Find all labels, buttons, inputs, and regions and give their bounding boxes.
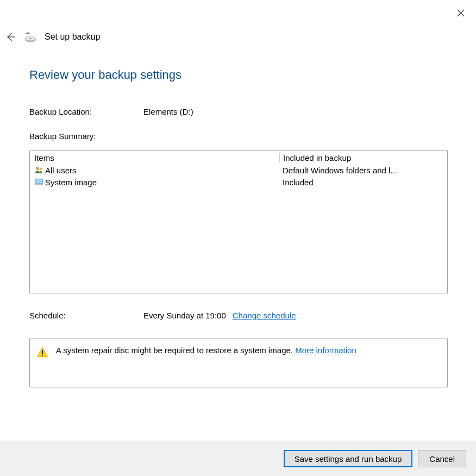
back-arrow-icon (5, 32, 16, 42)
users-icon (34, 165, 44, 175)
content-area: Review your backup settings Backup Locat… (29, 68, 448, 387)
back-button[interactable] (4, 31, 16, 43)
table-row[interactable]: System image Included (30, 176, 447, 188)
notice-message: A system repair disc might be required t… (56, 346, 295, 355)
table-cell-included: Included (283, 178, 443, 187)
page-heading: Review your backup settings (29, 68, 448, 82)
cancel-button[interactable]: Cancel (418, 450, 466, 467)
table-row[interactable]: All users Default Windows folders and l.… (30, 164, 447, 176)
table-cell-included: Default Windows folders and l... (283, 166, 443, 175)
backup-location-row: Backup Location: Elements (D:) (29, 107, 448, 116)
table-header: Items Included in backup (30, 151, 447, 164)
warning-icon (36, 347, 48, 358)
notice-box: A system repair disc might be required t… (29, 339, 448, 387)
schedule-row: Schedule: Every Sunday at 19:00 Change s… (29, 311, 448, 320)
backup-summary-label: Backup Summary: (29, 131, 448, 141)
backup-summary-table: Items Included in backup All users Defau… (29, 151, 448, 293)
backup-location-label: Backup Location: (29, 107, 143, 116)
more-information-link[interactable]: More information (295, 346, 356, 355)
notice-text: A system repair disc might be required t… (56, 346, 441, 355)
svg-point-7 (40, 168, 42, 171)
table-cell-item: All users (45, 166, 77, 175)
svg-rect-10 (35, 184, 43, 185)
svg-point-5 (29, 38, 32, 39)
schedule-value: Every Sunday at 19:00 (143, 311, 226, 320)
close-icon (457, 9, 465, 17)
svg-rect-11 (42, 350, 43, 354)
schedule-label: Schedule: (29, 311, 143, 320)
computer-icon (34, 177, 44, 187)
wizard-header: Set up backup (4, 30, 100, 43)
close-button[interactable] (455, 8, 466, 18)
svg-rect-9 (36, 179, 42, 183)
table-header-items[interactable]: Items (34, 153, 283, 162)
save-and-run-button[interactable]: Save settings and run backup (284, 450, 413, 467)
table-header-included[interactable]: Included in backup (279, 153, 443, 162)
svg-rect-12 (42, 355, 43, 356)
window-title: Set up backup (45, 32, 100, 42)
footer: Save settings and run backup Cancel (0, 441, 476, 476)
change-schedule-link[interactable]: Change schedule (233, 311, 296, 320)
svg-point-6 (36, 167, 39, 170)
table-cell-item: System image (45, 178, 97, 187)
backup-location-value: Elements (D:) (143, 107, 193, 116)
backup-wizard-icon (24, 30, 37, 43)
